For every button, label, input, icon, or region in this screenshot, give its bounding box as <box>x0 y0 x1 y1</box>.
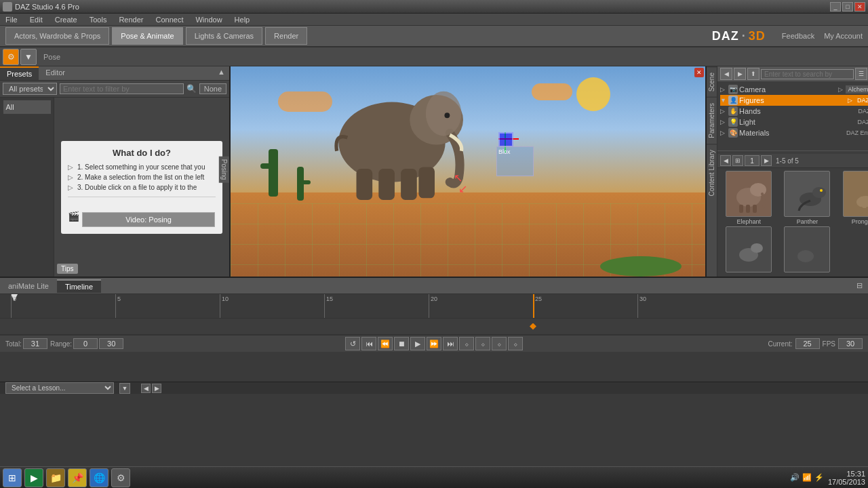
keyframe-track <box>0 319 868 335</box>
transport-next-btn[interactable]: ⏭ <box>443 337 458 350</box>
right-top-toolbar: ◀ ▶ ⬆ ☰ ▼ ⊞ <box>717 66 868 81</box>
left-content: All What do I do? 1. Select something in… <box>0 98 229 277</box>
tab-timeline[interactable]: Timeline <box>57 279 101 293</box>
transport-key4-btn[interactable]: ⬦ <box>508 337 523 350</box>
cl-next-btn[interactable]: ▶ <box>761 155 772 166</box>
viewport-close-button[interactable]: ✕ <box>694 68 704 77</box>
cl-item-pronghorn[interactable]: Pronghorn <box>837 171 868 225</box>
ruler-15: 15 <box>324 294 333 318</box>
title-bar-controls[interactable]: _ □ ✕ <box>830 2 865 12</box>
none-button[interactable]: None <box>199 83 226 94</box>
svg-point-2 <box>426 91 462 136</box>
cl-item-elephant[interactable]: Elephant <box>720 171 777 225</box>
tab-editor[interactable]: Editor <box>39 66 72 80</box>
browser-btn[interactable]: 🌐 <box>90 468 108 487</box>
transport-prev-btn[interactable]: ⏮ <box>361 337 376 350</box>
search-icon[interactable]: 🔍 <box>186 84 197 94</box>
nav-render[interactable]: Render <box>265 27 307 45</box>
scene-back-button[interactable]: ◀ <box>720 68 732 80</box>
scene-new-button[interactable]: ⬆ <box>747 68 760 80</box>
pose-handle-2[interactable]: ↙ <box>458 182 467 195</box>
video-posing-button[interactable]: Video: Posing <box>82 212 215 227</box>
filter-input[interactable] <box>60 83 184 94</box>
menu-edit[interactable]: Edit <box>27 16 45 24</box>
menu-file[interactable]: File <box>3 16 20 24</box>
scene-search-input[interactable] <box>761 69 854 79</box>
tree-item-light[interactable]: ▷ 💡 Light DAZ Dragons <box>720 117 868 127</box>
transport-play-btn[interactable]: ▶ <box>410 337 425 350</box>
tree-item-camera[interactable]: ▷ 📷 Camera ▷ Alchemy Chasm <box>720 84 868 95</box>
transport-stop-btn[interactable]: ⏹ <box>394 337 409 350</box>
left-panel-collapse[interactable]: ▲ <box>214 66 229 80</box>
start-button[interactable]: ⊞ <box>3 468 22 487</box>
posing-side-label: Posing <box>219 156 229 182</box>
scene-tree: ▷ 📷 Camera ▷ Alchemy Chasm ▼ 👤 Figures ▷… <box>717 81 868 148</box>
transport-key1-btn[interactable]: ⬦ <box>459 337 474 350</box>
tree-item-materials[interactable]: ▷ 🎨 Materials DAZ Environment <box>720 127 868 138</box>
tree-item-figures[interactable]: ▼ 👤 Figures ▷ DAZ Animals <box>720 95 868 106</box>
scene-forward-button[interactable]: ▶ <box>734 68 746 80</box>
tree-item-hands[interactable]: ▷ ✋ Hands DAZ Clothing <box>720 106 868 117</box>
daz-app-btn[interactable]: ⚙ <box>111 468 130 487</box>
content-library-side-label[interactable]: Content Library <box>707 144 717 201</box>
cl-item-5[interactable] <box>778 226 835 274</box>
cactus-arm <box>260 163 269 169</box>
svg-rect-10 <box>739 205 743 213</box>
tab-presets[interactable]: Presets <box>0 66 39 80</box>
feedback-link[interactable]: Feedback <box>782 32 814 40</box>
timeline-expand-button[interactable]: ⊟ <box>851 281 868 290</box>
current-input[interactable] <box>795 338 820 349</box>
tab-animate-lite[interactable]: aniMate Lite <box>0 280 57 292</box>
total-input[interactable] <box>23 338 47 349</box>
lesson-dropdown-button[interactable]: ▼ <box>119 383 130 394</box>
cl-thumb-4 <box>726 226 772 272</box>
cl-item-4[interactable] <box>720 226 777 274</box>
sticky-notes-btn[interactable]: 📌 <box>68 468 87 487</box>
range-start-input[interactable] <box>73 338 98 349</box>
cl-item-panther[interactable]: Panther <box>778 171 835 225</box>
timeline-playhead[interactable] <box>533 294 534 318</box>
media-player-btn[interactable]: ▶ <box>24 468 43 487</box>
nav-lights-cameras[interactable]: Lights & Cameras <box>186 27 262 45</box>
sun <box>576 77 610 111</box>
sidebar-cat-all[interactable]: All <box>3 100 51 114</box>
menu-connect[interactable]: Connect <box>153 16 186 24</box>
svg-point-22 <box>797 250 814 262</box>
menu-window[interactable]: Window <box>193 16 224 24</box>
light-sub-item: DAZ Dragons <box>857 119 868 125</box>
scene-side-label[interactable]: Scene <box>707 66 717 97</box>
lesson-next-btn[interactable]: ▶ <box>152 384 161 393</box>
transport-rewind-btn[interactable]: ⏪ <box>378 337 393 350</box>
preset-category-select[interactable]: All presets <box>3 83 57 95</box>
menu-tools[interactable]: Tools <box>87 16 110 24</box>
transport-loop-btn[interactable]: ↺ <box>345 337 360 350</box>
minimize-button[interactable]: _ <box>830 2 841 12</box>
toolbar-pose-icon[interactable]: ⚙ <box>3 49 19 65</box>
nav-actors[interactable]: Actors, Wardrobe & Props <box>5 27 109 45</box>
cl-prev-btn[interactable]: ◀ <box>720 155 731 166</box>
selection-box: Blox <box>496 146 534 176</box>
range-end-input[interactable] <box>99 338 123 349</box>
menu-create[interactable]: Create <box>52 16 80 24</box>
lesson-select[interactable]: Select a Lesson... <box>5 382 114 394</box>
close-button[interactable]: ✕ <box>854 2 865 12</box>
menu-help[interactable]: Help <box>232 16 253 24</box>
transport-key2-btn[interactable]: ⬦ <box>475 337 490 350</box>
parameters-side-label[interactable]: Parameters <box>707 97 717 144</box>
cl-page-input[interactable]: 1 <box>745 155 760 166</box>
toolbar-filter-icon[interactable]: ▼ <box>20 49 37 65</box>
range-label: Range: <box>50 340 72 348</box>
nav-pose-animate[interactable]: Pose & Animate <box>112 27 182 45</box>
menu-render[interactable]: Render <box>116 16 146 24</box>
lesson-prev-btn[interactable]: ◀ <box>141 384 151 393</box>
fps-input[interactable] <box>838 338 863 349</box>
account-link[interactable]: My Account <box>824 32 863 40</box>
cl-home-btn[interactable]: ⊞ <box>732 155 743 166</box>
app-icon <box>3 2 12 12</box>
toolbar-row: ⚙ ▼ Pose <box>0 47 868 66</box>
scene-view-btn[interactable]: ☰ <box>855 68 867 80</box>
maximize-button[interactable]: □ <box>842 2 853 12</box>
transport-ff-btn[interactable]: ⏩ <box>427 337 441 350</box>
transport-key3-btn[interactable]: ⬦ <box>492 337 507 350</box>
file-explorer-btn[interactable]: 📁 <box>46 468 65 487</box>
